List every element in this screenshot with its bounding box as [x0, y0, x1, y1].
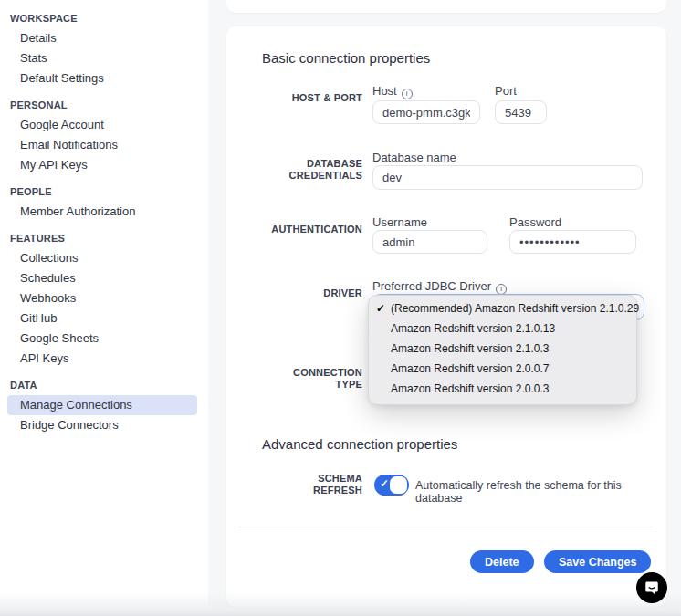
sidebar-section-people: PEOPLE Member Authorization [0, 181, 208, 222]
sidebar-item-my-api-keys[interactable]: My API Keys [7, 155, 197, 175]
host-field-label: Hosti [372, 84, 413, 99]
dropdown-option[interactable]: Amazon Redshift version 2.1.0.3 [369, 339, 636, 359]
dropdown-option-recommended[interactable]: ✓(Recommended) Amazon Redshift version 2… [369, 298, 636, 318]
sidebar-item-schedules[interactable]: Schedules [7, 268, 197, 288]
port-field-label: Port [495, 84, 517, 98]
dropdown-option-label: Amazon Redshift version 2.1.0.13 [391, 322, 555, 335]
sidebar-section-label: WORKSPACE [0, 7, 208, 28]
previous-card-bottom [226, 0, 666, 13]
sidebar-section-label: PEOPLE [0, 181, 208, 202]
sidebar-item-google-account[interactable]: Google Account [7, 115, 197, 135]
database-credentials-section-label: DATABASE CREDENTIALS [280, 158, 362, 182]
delete-button[interactable]: Delete [470, 550, 534, 573]
host-label-text: Host [372, 84, 397, 98]
username-input[interactable] [372, 230, 487, 254]
dropdown-option[interactable]: Amazon Redshift version 2.0.0.3 [369, 379, 636, 399]
host-input[interactable] [372, 100, 480, 124]
sidebar-section-label: DATA [0, 374, 208, 395]
username-label: Username [372, 215, 427, 229]
database-name-label: Database name [372, 151, 456, 164]
host-port-section-label: HOST & PORT [226, 92, 362, 104]
toggle-knob [390, 476, 407, 494]
sidebar-item-google-sheets[interactable]: Google Sheets [7, 329, 197, 349]
sidebar-item-webhooks[interactable]: Webhooks [7, 288, 197, 308]
password-label: Password [509, 215, 561, 229]
sidebar-section-label: PERSONAL [0, 94, 208, 115]
section-divider [238, 527, 654, 527]
sidebar-section-personal: PERSONAL Google Account Email Notificati… [0, 94, 208, 175]
toggle-check-icon: ✓ [380, 477, 389, 490]
sidebar-section-label: FEATURES [0, 227, 208, 248]
dropdown-option-label: Amazon Redshift version 2.1.0.3 [391, 342, 549, 355]
authentication-section-label: AUTHENTICATION [226, 224, 362, 235]
page: { "sidebar": { "sections": [ { "label": … [0, 0, 681, 616]
password-input[interactable] [509, 230, 636, 254]
basic-properties-heading: Basic connection properties [262, 50, 430, 66]
jdbc-driver-label-text: Preferred JDBC Driver [372, 279, 491, 293]
schema-refresh-description: Automatically refresh the schema for thi… [415, 479, 666, 505]
dropdown-option[interactable]: Amazon Redshift version 2.0.0.7 [369, 359, 636, 379]
sidebar-item-email-notifications[interactable]: Email Notifications [7, 135, 197, 155]
dropdown-option-label: Amazon Redshift version 2.0.0.3 [391, 382, 549, 395]
sidebar-item-default-settings[interactable]: Default Settings [7, 68, 197, 89]
advanced-properties-heading: Advanced connection properties [262, 436, 457, 452]
settings-sidebar: WORKSPACE Details Stats Default Settings… [0, 0, 208, 616]
dropdown-option[interactable]: Amazon Redshift version 2.1.0.13 [369, 318, 636, 339]
sidebar-item-details[interactable]: Details [7, 28, 197, 48]
connection-settings-card: Basic connection properties HOST & PORT … [226, 26, 666, 607]
sidebar-item-api-keys[interactable]: API Keys [7, 349, 197, 369]
dropdown-option-label: Amazon Redshift version 2.0.0.7 [391, 362, 549, 375]
sidebar-item-member-authorization[interactable]: Member Authorization [7, 202, 197, 222]
sidebar-item-manage-connections[interactable]: Manage Connections [7, 395, 197, 415]
port-input[interactable] [495, 100, 547, 124]
sidebar-item-bridge-connectors[interactable]: Bridge Connectors [7, 415, 197, 435]
chat-bubble-icon [644, 579, 660, 596]
sidebar-item-github[interactable]: GitHub [7, 308, 197, 329]
host-info-icon[interactable]: i [402, 89, 413, 99]
jdbc-driver-dropdown-menu: ✓(Recommended) Amazon Redshift version 2… [368, 295, 637, 405]
dropdown-option-label: (Recommended) Amazon Redshift version 2.… [391, 302, 639, 315]
connection-type-section-label: CONNECTION TYPE [280, 367, 362, 391]
sidebar-section-workspace: WORKSPACE Details Stats Default Settings [0, 7, 208, 89]
sidebar-item-collections[interactable]: Collections [7, 248, 197, 268]
sidebar-item-stats[interactable]: Stats [7, 48, 197, 68]
sidebar-section-data: DATA Manage Connections Bridge Connector… [0, 374, 208, 435]
driver-section-label: DRIVER [226, 287, 362, 299]
save-changes-button[interactable]: Save Changes [544, 550, 651, 573]
database-name-input[interactable] [372, 165, 643, 190]
sidebar-section-features: FEATURES Collections Schedules Webhooks … [0, 227, 208, 369]
schema-refresh-section-label: SCHEMA REFRESH [280, 473, 362, 496]
jdbc-driver-label: Preferred JDBC Driveri [372, 279, 507, 295]
schema-refresh-toggle[interactable]: ✓ [374, 475, 409, 496]
chat-launcher-button[interactable] [636, 572, 667, 603]
checkmark-icon: ✓ [376, 298, 389, 318]
